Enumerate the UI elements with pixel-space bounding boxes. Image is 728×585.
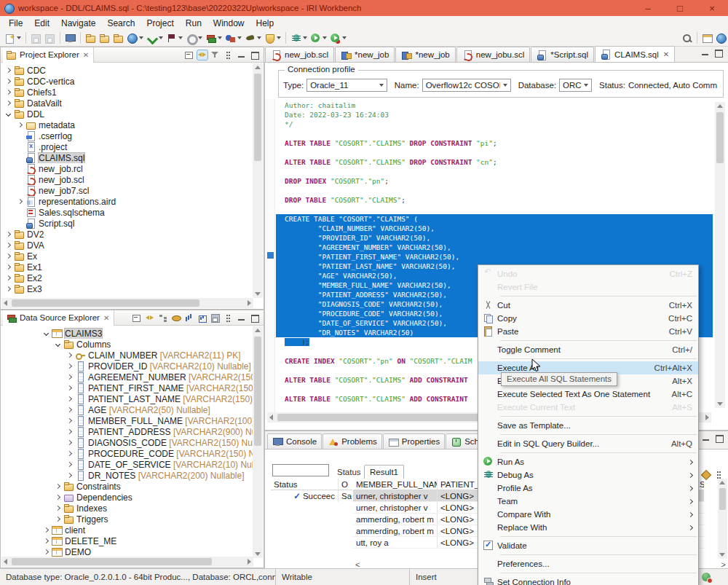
import-profile-icon[interactable] — [184, 313, 194, 323]
collapse-all-icon[interactable] — [132, 313, 142, 323]
folder-import-button[interactable] — [84, 31, 97, 45]
results-filter-input[interactable] — [272, 464, 329, 476]
minimize-view-icon[interactable] — [237, 50, 247, 60]
save-icon[interactable] — [210, 313, 221, 323]
tree-item-representations-aird[interactable]: representations.aird — [2, 196, 253, 207]
view-menu-icon[interactable] — [223, 50, 234, 60]
minimize-button[interactable]: – — [632, 0, 664, 16]
chevron-collapsed-icon[interactable] — [17, 122, 23, 127]
donut-button[interactable] — [185, 31, 203, 45]
menu-navigate[interactable]: Navigate — [55, 18, 101, 28]
menu-item-revert-file[interactable]: Revert File — [478, 280, 698, 294]
bird-button[interactable] — [244, 31, 262, 45]
chevron-collapsed-icon[interactable] — [55, 517, 60, 522]
chevron-collapsed-icon[interactable] — [44, 549, 49, 554]
chevron-collapsed-icon[interactable] — [67, 364, 72, 369]
tree-item-dr-notes[interactable]: DR_NOTES [VARCHAR2(200) Nullable] — [2, 470, 253, 481]
status-row[interactable]: ✓SucceecSa — [271, 490, 352, 502]
tree-item-dv2[interactable]: DV2 — [2, 229, 253, 240]
menu-item-team[interactable]: Team — [478, 495, 698, 508]
close-view-icon[interactable]: ✕ — [83, 51, 89, 59]
saveall-button[interactable] — [44, 31, 56, 45]
minimize-editor-icon[interactable] — [700, 48, 711, 58]
column-header-status[interactable]: Status — [271, 480, 338, 489]
tree-item-new-job-scl[interactable]: new_job.scl — [2, 174, 253, 185]
project-tree-vscrollbar[interactable] — [253, 63, 263, 298]
search-button[interactable] — [681, 31, 693, 45]
tree-item--cserrlog[interactable]: .cserrlog — [2, 130, 253, 141]
menu-project[interactable]: Project — [141, 18, 179, 28]
tree-item-ex3[interactable]: Ex3 — [2, 283, 253, 294]
chevron-collapsed-icon[interactable] — [67, 440, 72, 445]
maximize-button[interactable]: □ — [664, 0, 696, 16]
chevron-collapsed-icon[interactable] — [67, 396, 72, 401]
chevron-collapsed-icon[interactable] — [6, 243, 11, 248]
chevron-collapsed-icon[interactable] — [6, 79, 11, 84]
chevron-collapsed-icon[interactable] — [17, 199, 23, 204]
tree-item-delete-me[interactable]: DELETE_ME — [2, 535, 253, 546]
menu-item-edit-in-sql-query-builder-[interactable]: Edit in SQL Query Builder...Alt+Q — [478, 437, 698, 450]
editor-tab--new-job[interactable]: *new_job — [335, 47, 395, 62]
collapse-all-icon[interactable] — [184, 50, 194, 60]
chevron-collapsed-icon[interactable] — [55, 495, 60, 500]
chevron-collapsed-icon[interactable] — [55, 506, 60, 511]
chevron-expanded-icon[interactable] — [6, 111, 11, 117]
close-button[interactable]: × — [696, 0, 728, 16]
close-tab-icon[interactable]: ✕ — [663, 50, 669, 58]
data-source-explorer-tab[interactable]: Data Source Explorer ✕ — [3, 310, 114, 326]
menu-item-execute-current-text[interactable]: Execute Current TextAlt+S — [478, 401, 698, 414]
tree-item-new-job-rcl[interactable]: new_job.rcl — [2, 163, 253, 174]
iri-button[interactable] — [715, 31, 727, 45]
tree-item-provider-id[interactable]: PROVIDER_ID [VARCHAR2(10) Nullable] — [2, 361, 253, 372]
tree-item-cdc[interactable]: CDC — [2, 65, 253, 76]
tree-item-member-full-name[interactable]: MEMBER_FULL_NAME [VARCHAR2(100) Nullable… — [2, 415, 253, 426]
new-button[interactable] — [4, 31, 22, 45]
tree-item-chiefs1[interactable]: Chiefs1 — [2, 87, 253, 98]
datasource-tree-vscrollbar[interactable] — [253, 326, 263, 558]
tree-item-indexes[interactable]: Indexes — [2, 503, 253, 514]
project-tree-hscrollbar[interactable] — [1, 298, 253, 308]
tree-item-claims-sql[interactable]: CLAIMS.sql — [2, 152, 253, 163]
export-profile-icon[interactable] — [197, 313, 207, 323]
close-view-icon[interactable]: ✕ — [103, 314, 109, 322]
tree-item-claims3[interactable]: CLAIMS3 — [2, 328, 253, 339]
tree-item-sales-sqlschema[interactable]: Sales.sqlschema — [2, 207, 253, 218]
tree-item-claim-number[interactable]: CLAIM_NUMBER [VARCHAR2(11) PK] — [2, 350, 253, 361]
chevron-collapsed-icon[interactable] — [6, 101, 11, 106]
shapes-button[interactable] — [224, 31, 242, 45]
chevron-expanded-icon[interactable] — [55, 342, 60, 347]
project-explorer-tab[interactable]: Project Explorer ✕ — [3, 47, 94, 63]
tree-item--project[interactable]: .project — [2, 141, 253, 152]
minimize-view-icon[interactable] — [237, 313, 247, 323]
show-category-icon[interactable] — [171, 313, 181, 323]
maximize-view-icon[interactable] — [250, 313, 260, 323]
tree-item-datavailt[interactable]: DataVailt — [2, 98, 253, 109]
tree-item-age[interactable]: AGE [VARCHAR2(50) Nullable] — [2, 404, 253, 415]
tree-item-dependencies[interactable]: Dependencies — [2, 492, 253, 503]
editor-tab-claims-sql[interactable]: CLAIMS.sql✕ — [595, 46, 675, 62]
menu-item-undo[interactable]: UndoCtrl+Z — [478, 267, 698, 280]
editor-tab-new-jobu-scl[interactable]: new_jobu.scl — [456, 47, 530, 62]
chevron-collapsed-icon[interactable] — [6, 68, 11, 73]
tree-item-ex2[interactable]: Ex2 — [2, 272, 253, 283]
tree-item-columns[interactable]: Columns — [2, 339, 253, 350]
view-menu-icon[interactable] — [223, 313, 234, 323]
chevron-collapsed-icon[interactable] — [67, 374, 72, 380]
tree-item-client[interactable]: client — [2, 525, 253, 535]
tree-item-diagnosis-code[interactable]: DIAGNOSIS_CODE [VARCHAR2(150) Nullable] — [2, 437, 253, 448]
chevron-collapsed-icon[interactable] — [6, 90, 11, 95]
chevron-collapsed-icon[interactable] — [55, 484, 60, 489]
grid-vscrollbar[interactable] — [718, 479, 727, 559]
menu-item-save-as-template-[interactable]: Save as Template... — [478, 419, 698, 432]
tree-item-script-sql[interactable]: Script.sql — [2, 218, 253, 229]
menu-item-run-as[interactable]: Run As — [478, 455, 698, 468]
chevron-collapsed-icon[interactable] — [67, 473, 72, 478]
filter-icon[interactable] — [210, 50, 221, 60]
type-select[interactable]: Oracle_11 — [306, 79, 387, 92]
editor-tab-new-job-scl[interactable]: new_job.scl — [265, 47, 334, 62]
hierarchy-icon[interactable] — [158, 313, 168, 323]
chevron-collapsed-icon[interactable] — [67, 418, 72, 423]
menu-edit[interactable]: Edit — [28, 18, 55, 28]
layers-button[interactable] — [205, 31, 223, 45]
menu-item-execute-selected-text-as-one-statement[interactable]: Execute Selected Text As One StatementAl… — [478, 388, 698, 401]
